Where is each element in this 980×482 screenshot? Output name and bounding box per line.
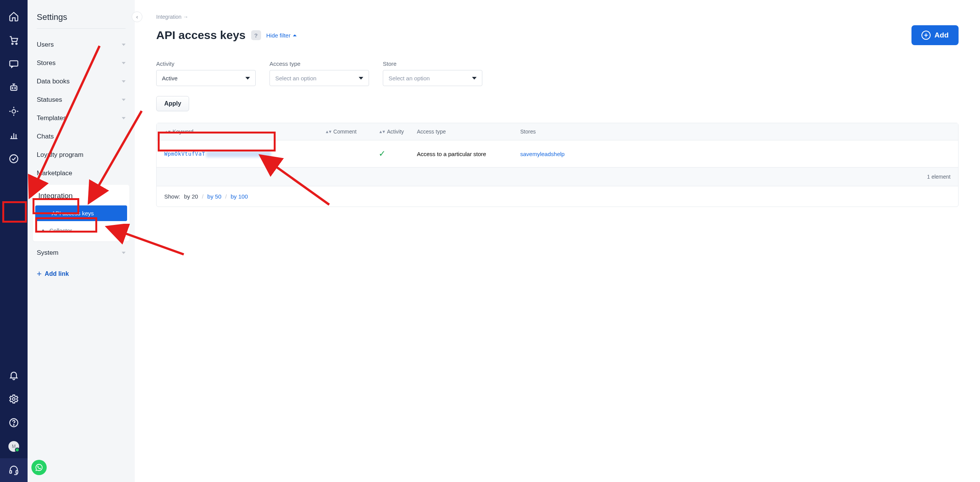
icon-rail: M: [0, 0, 28, 482]
sort-icon: ▲▼: [379, 129, 385, 134]
svg-rect-12: [16, 471, 18, 473]
col-keyword-header[interactable]: ▲▼Keyword: [164, 129, 325, 135]
col-access-header: Access type: [417, 129, 520, 135]
main-content: Integration → API access keys ? Hide fil…: [135, 0, 980, 482]
rail-help-icon[interactable]: [0, 411, 28, 435]
hide-filter-toggle[interactable]: Hide filter: [266, 32, 297, 39]
rail-target-icon[interactable]: [0, 99, 28, 123]
menu-stores[interactable]: Stores: [34, 54, 129, 72]
pagination: Show: by 20 / by 50 / by 100: [157, 186, 958, 207]
rail-avatar[interactable]: M: [0, 435, 28, 458]
chevron-down-icon: [122, 117, 126, 119]
bullet-icon: [44, 212, 46, 214]
menu-users[interactable]: Users: [34, 36, 129, 54]
filter-access-type-select[interactable]: Select an option: [270, 70, 369, 86]
api-keys-table: ▲▼Keyword ▲▼Comment ▲▼Activity Access ty…: [156, 123, 959, 207]
rail-bot-icon[interactable]: [0, 76, 28, 99]
add-link-button[interactable]: + Add link: [34, 262, 129, 286]
svg-point-10: [13, 425, 14, 425]
api-key-link[interactable]: WpmOkVtufVaT: [164, 151, 271, 157]
chevron-down-icon: [122, 80, 126, 83]
svg-rect-2: [10, 61, 18, 66]
rail-chat-icon[interactable]: [0, 52, 28, 76]
page-by-50[interactable]: by 50: [207, 193, 222, 200]
chevron-up-icon: [293, 34, 297, 36]
chevron-down-icon: [359, 77, 363, 80]
table-footer: 1 element: [157, 168, 958, 186]
svg-point-0: [12, 43, 13, 45]
page-by-20[interactable]: by 20: [184, 193, 198, 200]
chevron-down-icon: [472, 77, 477, 80]
menu-data-books[interactable]: Data books: [34, 72, 129, 91]
svg-point-7: [10, 155, 18, 163]
menu-system[interactable]: System: [34, 244, 129, 262]
svg-point-4: [12, 88, 13, 88]
menu-integration[interactable]: Integration: [33, 189, 129, 205]
menu-marketplace[interactable]: Marketplace: [34, 164, 129, 182]
filter-activity-select[interactable]: Active: [156, 70, 256, 86]
table-row: WpmOkVtufVaT ✓ Access to a particular st…: [157, 140, 958, 168]
add-button[interactable]: + Add: [911, 25, 959, 45]
sort-icon: ▲▼: [164, 129, 170, 134]
divider: [37, 28, 126, 29]
rail-analytics-icon[interactable]: [0, 123, 28, 147]
settings-sidebar: Settings Users Stores Data books Statuse…: [28, 0, 135, 482]
table-header: ▲▼Keyword ▲▼Comment ▲▼Activity Access ty…: [157, 123, 958, 140]
whatsapp-icon[interactable]: [31, 460, 47, 475]
rail-settings-icon[interactable]: [0, 387, 28, 411]
rail-support-icon[interactable]: [0, 458, 28, 482]
help-icon[interactable]: ?: [251, 30, 261, 40]
menu-templates[interactable]: Templates: [34, 109, 129, 127]
collapse-sidebar-button[interactable]: ‹: [132, 11, 142, 22]
svg-point-8: [13, 398, 15, 401]
col-comment-header[interactable]: ▲▼Comment: [325, 129, 379, 135]
breadcrumb[interactable]: Integration →: [156, 14, 959, 20]
rail-home-icon[interactable]: [0, 5, 28, 28]
page-title: API access keys: [156, 29, 246, 42]
rail-check-icon[interactable]: [0, 147, 28, 171]
chevron-down-icon: [122, 44, 126, 46]
filter-access-type-label: Access type: [270, 60, 369, 67]
check-icon: ✓: [379, 149, 385, 159]
chevron-down-icon: [122, 99, 126, 101]
plus-icon: +: [37, 269, 42, 279]
chevron-down-icon: [122, 62, 126, 64]
svg-point-1: [16, 43, 17, 45]
apply-button[interactable]: Apply: [156, 96, 189, 111]
svg-rect-11: [10, 471, 12, 473]
filter-activity-label: Activity: [156, 60, 256, 67]
chevron-down-icon: [122, 252, 126, 254]
page-by-100[interactable]: by 100: [230, 193, 248, 200]
store-link[interactable]: savemyleadshelp: [520, 151, 565, 157]
redacted-text: [206, 151, 271, 157]
menu-loyalty[interactable]: Loyalty program: [34, 146, 129, 164]
svg-point-5: [15, 88, 15, 88]
menu-chats[interactable]: Chats: [34, 127, 129, 146]
filter-store-label: Store: [383, 60, 482, 67]
chevron-down-icon: [245, 77, 250, 80]
menu-statuses[interactable]: Statuses: [34, 91, 129, 109]
rail-cart-icon[interactable]: [0, 28, 28, 52]
col-activity-header[interactable]: ▲▼Activity: [379, 129, 417, 135]
rail-bell-icon[interactable]: [0, 363, 28, 387]
submenu-collector[interactable]: Collector: [33, 223, 129, 238]
cell-access-type: Access to a particular store: [417, 151, 520, 157]
filter-store-select[interactable]: Select an option: [383, 70, 482, 86]
svg-point-6: [12, 109, 15, 113]
plus-circle-icon: +: [921, 31, 931, 40]
col-stores-header: Stores: [520, 129, 951, 135]
menu-integration-block: Integration API access keys Collector: [33, 185, 129, 241]
sidebar-title: Settings: [37, 12, 126, 22]
submenu-api-keys[interactable]: API access keys: [35, 205, 127, 221]
sort-icon: ▲▼: [325, 129, 331, 134]
bullet-icon: [42, 230, 44, 231]
